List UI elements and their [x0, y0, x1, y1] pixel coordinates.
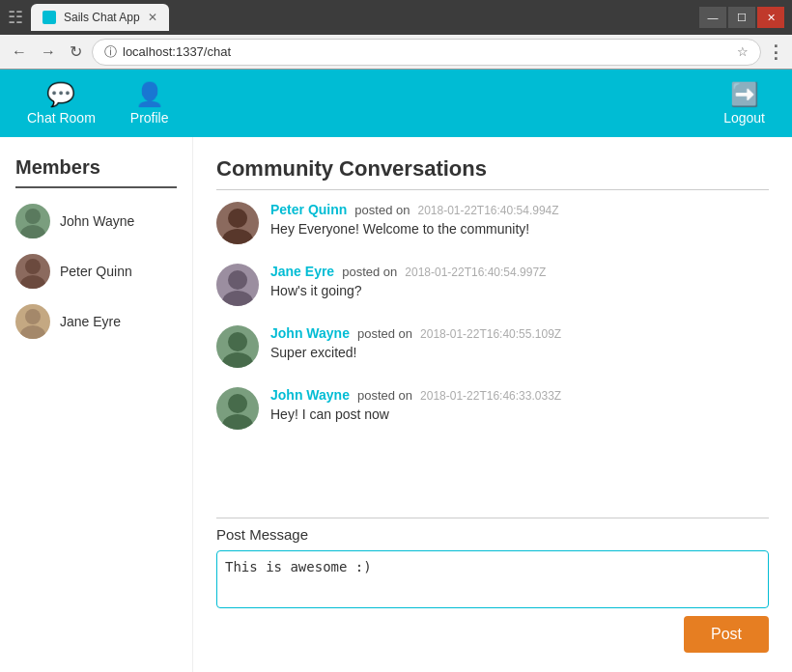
member-name-jane-eyre: Jane Eyre [60, 314, 121, 329]
chat-avatar [216, 387, 259, 430]
members-title: Members [15, 156, 177, 179]
chat-body: Jane Eyreposted on2018-01-22T16:40:54.99… [270, 264, 546, 306]
chat-username[interactable]: Peter Quinn [270, 202, 347, 217]
chat-header: Peter Quinnposted on2018-01-22T16:40:54.… [270, 202, 559, 217]
tab-favicon [42, 11, 56, 24]
svg-point-8 [228, 270, 247, 290]
chat-timestamp: 2018-01-22T16:46:33.033Z [420, 389, 561, 403]
main-content: Community Conversations Peter Quinnposte… [193, 137, 792, 672]
chat-room-label: Chat Room [27, 110, 96, 126]
svg-point-5 [20, 325, 45, 339]
chat-username[interactable]: Jane Eyre [270, 264, 334, 279]
svg-point-1 [20, 225, 45, 238]
chat-text: Hey Everyone! Welcome to the community! [270, 221, 559, 237]
minimize-button[interactable]: — [699, 7, 726, 28]
chat-username[interactable]: John Wayne [270, 325, 350, 341]
chat-header: John Wayneposted on2018-01-22T16:46:33.0… [270, 387, 561, 403]
close-window-button[interactable]: ✕ [757, 7, 784, 28]
profile-icon: 👤 [135, 81, 164, 108]
svg-point-7 [222, 229, 253, 244]
svg-point-9 [222, 291, 253, 306]
app-navbar: 💬 Chat Room 👤 Profile ➡️ Logout [0, 70, 792, 137]
conversations-title: Community Conversations [216, 156, 769, 182]
svg-point-0 [25, 209, 41, 224]
chat-area[interactable]: Peter Quinnposted on2018-01-22T16:40:54.… [216, 190, 777, 510]
lock-icon: ⓘ [104, 43, 117, 61]
member-name-john-wayne: John Wayne [60, 213, 134, 229]
chat-avatar [216, 264, 259, 306]
address-bar[interactable]: ⓘ localhost:1337/chat ☆ [92, 39, 761, 66]
chat-timestamp: 2018-01-22T16:40:54.997Z [405, 266, 546, 279]
chat-message: Jane Eyreposted on2018-01-22T16:40:54.99… [216, 264, 769, 306]
svg-point-3 [20, 275, 45, 289]
nav-chat-room[interactable]: 💬 Chat Room [10, 73, 113, 133]
chat-text: Hey! I can post now [270, 406, 561, 422]
svg-point-11 [222, 352, 253, 368]
tab-close-button[interactable]: ✕ [148, 11, 157, 24]
chat-posted-label: posted on [357, 326, 412, 341]
avatar-svg-peter [15, 254, 50, 289]
chat-timestamp: 2018-01-22T16:40:54.994Z [417, 204, 558, 217]
post-message-label: Post Message [216, 526, 769, 543]
member-name-peter-quinn: Peter Quinn [60, 264, 132, 279]
post-button[interactable]: Post [684, 616, 769, 653]
content-divider-bottom [216, 518, 769, 518]
browser-titlebar: ☷ Sails Chat App ✕ — ☐ ✕ [0, 0, 792, 35]
avatar-svg-john [15, 204, 50, 238]
svg-point-6 [228, 209, 247, 228]
chat-posted-label: posted on [354, 203, 410, 217]
browser-menu-icon[interactable]: ⋮ [767, 42, 784, 63]
chat-room-icon: 💬 [46, 81, 75, 108]
back-button[interactable]: ← [8, 40, 31, 65]
chat-message: John Wayneposted on2018-01-22T16:40:55.1… [216, 325, 769, 368]
post-message-textarea[interactable] [216, 550, 769, 608]
chat-body: John Wayneposted on2018-01-22T16:46:33.0… [270, 387, 561, 430]
chat-text: How's it going? [270, 283, 546, 298]
browser-apps-icon[interactable]: ☷ [8, 7, 23, 28]
nav-profile[interactable]: 👤 Profile [113, 73, 186, 133]
tab-title: Sails Chat App [64, 11, 140, 24]
avatar-jane-eyre [15, 304, 50, 339]
app-body: Members John Wayne Peter Quinn [0, 137, 792, 672]
member-item-peter-quinn[interactable]: Peter Quinn [15, 254, 177, 289]
avatar-peter-quinn [15, 254, 50, 289]
member-item-jane-eyre[interactable]: Jane Eyre [15, 304, 177, 339]
svg-point-13 [222, 414, 253, 430]
nav-logout[interactable]: ➡️ Logout [706, 73, 782, 133]
logout-icon: ➡️ [730, 81, 759, 108]
avatar-john-wayne [15, 204, 50, 238]
profile-label: Profile [130, 110, 169, 126]
avatar-svg-jane [15, 304, 50, 339]
bookmark-icon[interactable]: ☆ [737, 44, 749, 59]
svg-point-12 [228, 394, 247, 413]
chat-message: Peter Quinnposted on2018-01-22T16:40:54.… [216, 202, 769, 244]
sidebar-divider [15, 186, 177, 188]
chat-body: John Wayneposted on2018-01-22T16:40:55.1… [270, 325, 561, 368]
chat-avatar [216, 325, 259, 368]
members-sidebar: Members John Wayne Peter Quinn [0, 137, 193, 672]
chat-timestamp: 2018-01-22T16:40:55.109Z [420, 327, 561, 341]
chat-username[interactable]: John Wayne [270, 387, 350, 403]
chat-avatar [216, 202, 259, 244]
address-text: localhost:1337/chat [123, 44, 231, 59]
chat-header: John Wayneposted on2018-01-22T16:40:55.1… [270, 325, 561, 341]
svg-point-10 [228, 332, 247, 351]
chat-body: Peter Quinnposted on2018-01-22T16:40:54.… [270, 202, 559, 244]
member-item-john-wayne[interactable]: John Wayne [15, 204, 177, 238]
chat-header: Jane Eyreposted on2018-01-22T16:40:54.99… [270, 264, 546, 279]
browser-addressbar: ← → ↻ ⓘ localhost:1337/chat ☆ ⋮ [0, 35, 792, 70]
browser-tab[interactable]: Sails Chat App ✕ [31, 4, 169, 31]
maximize-button[interactable]: ☐ [728, 7, 755, 28]
svg-point-4 [25, 309, 41, 324]
chat-message: John Wayneposted on2018-01-22T16:46:33.0… [216, 387, 769, 430]
chat-posted-label: posted on [357, 388, 412, 403]
chat-text: Super excited! [270, 345, 561, 360]
logout-label: Logout [723, 110, 765, 126]
forward-button[interactable]: → [37, 40, 60, 65]
refresh-button[interactable]: ↻ [66, 39, 86, 65]
chat-posted-label: posted on [342, 265, 397, 279]
svg-point-2 [25, 259, 41, 274]
